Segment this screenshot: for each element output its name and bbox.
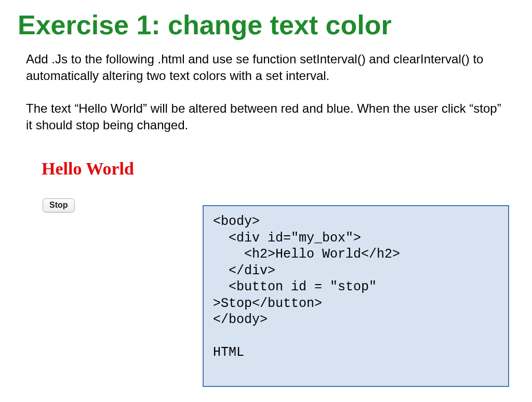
stop-button[interactable]: Stop	[43, 198, 75, 212]
description-paragraph-1: Add .Js to the following .html and use s…	[26, 51, 508, 85]
page-title: Exercise 1: change text color	[0, 0, 532, 41]
description-paragraph-2: The text “Hello World” will be altered b…	[26, 100, 508, 134]
hello-world-text: Hello World	[42, 159, 532, 179]
demo-area: Hello World Stop	[0, 150, 532, 212]
exercise-description: Add .Js to the following .html and use s…	[0, 41, 532, 134]
code-example-box: <body> <div id="my_box"> <h2>Hello World…	[203, 205, 509, 387]
